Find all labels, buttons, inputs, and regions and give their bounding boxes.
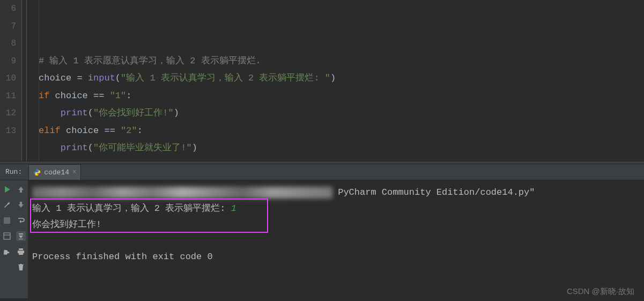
run-panel-header: Run: code14 × <box>0 164 644 180</box>
toolbar-col-1 <box>0 180 14 298</box>
console-output[interactable]: PyCharm Community Edition/code14.py" 输入 … <box>28 180 644 298</box>
stop-icon[interactable] <box>2 216 12 225</box>
code-line[interactable]: print("你会找到好工作!") <box>39 105 644 122</box>
line-number: 12 <box>0 105 21 122</box>
line-number: 13 <box>0 122 21 140</box>
code-line[interactable]: elif choice == "2": <box>39 122 644 140</box>
code-editor[interactable]: 678910111213 # 输入 1 表示愿意认真学习，输入 2 表示躺平摆烂… <box>0 0 644 161</box>
console-line-path: PyCharm Community Edition/code14.py" <box>32 185 644 201</box>
gutter-separator <box>21 0 39 161</box>
python-file-icon <box>33 168 41 176</box>
toolbar-col-2 <box>14 180 28 298</box>
code-line[interactable]: print("你可能毕业就失业了!") <box>39 140 644 157</box>
pin-icon[interactable] <box>2 247 12 256</box>
run-toolbars <box>0 180 28 298</box>
line-gutter: 678910111213 <box>0 0 21 161</box>
code-line[interactable]: # 输入 1 表示愿意认真学习，输入 2 表示躺平摆烂. <box>39 53 644 70</box>
svg-rect-1 <box>4 233 10 239</box>
line-number: 11 <box>0 87 21 105</box>
console-line-blank <box>32 233 644 249</box>
scroll-to-end-icon[interactable] <box>16 231 26 241</box>
console-line-output: 你会找到好工作! <box>32 217 644 233</box>
layout-icon[interactable] <box>2 231 12 241</box>
run-icon[interactable] <box>2 185 12 194</box>
run-label: Run: <box>0 168 28 176</box>
svg-rect-0 <box>4 217 10 224</box>
console-line-prompt: 输入 1 表示认真学习，输入 2 表示躺平摆烂: 1 <box>32 201 644 217</box>
code-line[interactable]: else: <box>39 157 644 161</box>
down-arrow-icon[interactable] <box>16 200 26 210</box>
console-line-exit: Process finished with exit code 0 <box>32 249 644 265</box>
watermark: CSDN @新晓·故知 <box>567 287 634 297</box>
line-number: 6 <box>0 0 21 18</box>
trash-icon[interactable] <box>16 262 26 272</box>
run-tab[interactable]: code14 × <box>28 164 81 180</box>
run-tab-label: code14 <box>44 168 69 177</box>
code-line[interactable]: choice = input("输入 1 表示认真学习，输入 2 表示躺平摆烂:… <box>39 70 644 87</box>
close-icon[interactable]: × <box>72 168 76 176</box>
code-line[interactable]: if choice == "1": <box>39 87 644 105</box>
line-number: 9 <box>0 53 21 70</box>
soft-wrap-icon[interactable] <box>16 216 26 225</box>
line-number: 7 <box>0 18 21 35</box>
line-number: 10 <box>0 70 21 87</box>
run-panel-body: PyCharm Community Edition/code14.py" 输入 … <box>0 180 644 298</box>
print-icon[interactable] <box>16 247 26 256</box>
line-number: 8 <box>0 35 21 53</box>
wrench-icon[interactable] <box>2 200 12 210</box>
code-area[interactable]: # 输入 1 表示愿意认真学习，输入 2 表示躺平摆烂.choice = inp… <box>39 0 644 161</box>
up-arrow-icon[interactable] <box>16 185 26 194</box>
